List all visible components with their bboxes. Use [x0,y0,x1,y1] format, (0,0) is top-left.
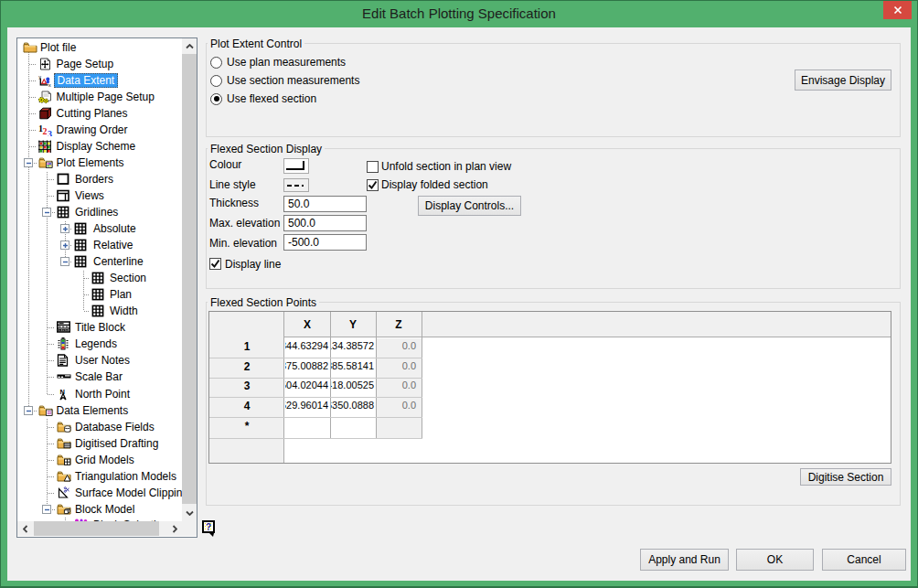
svg-text:2: 2 [43,126,48,136]
svg-text:3: 3 [48,129,52,137]
